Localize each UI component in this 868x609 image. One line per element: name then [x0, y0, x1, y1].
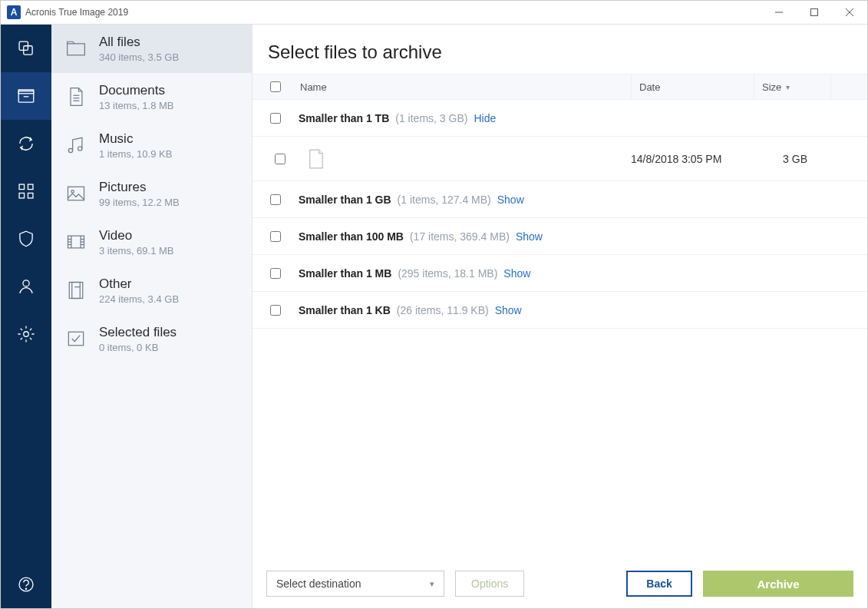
- file-row[interactable]: 14/8/2018 3:05 PM3 GB: [252, 137, 867, 181]
- category-music[interactable]: Music1 items, 10.9 KB: [51, 121, 252, 170]
- table-header: Name Date Size▾: [252, 74, 867, 100]
- file-date: 14/8/2018 3:05 PM: [631, 153, 754, 165]
- group-toggle-link[interactable]: Show: [516, 230, 543, 243]
- maximize-button[interactable]: [797, 1, 832, 25]
- group-meta: (1 items, 127.4 MB): [398, 194, 491, 206]
- category-title: Other: [99, 276, 179, 292]
- titlebar: A Acronis True Image 2019: [1, 1, 867, 25]
- group-toggle-link[interactable]: Show: [503, 267, 530, 280]
- category-all[interactable]: All files340 items, 3.5 GB: [51, 25, 252, 73]
- svg-point-22: [78, 147, 82, 151]
- selected-icon: [65, 328, 87, 349]
- group-row: Smaller than 1 TB(1 items, 3 GB)Hide: [252, 100, 867, 137]
- category-subtitle: 13 items, 1.8 MB: [99, 100, 174, 111]
- destination-label: Select destination: [276, 578, 361, 590]
- options-button[interactable]: Options: [455, 571, 524, 597]
- category-title: All files: [99, 35, 179, 50]
- document-icon: [65, 86, 87, 108]
- svg-rect-12: [28, 193, 33, 198]
- group-title: Smaller than 100 MB: [299, 230, 404, 243]
- svg-rect-34: [69, 283, 80, 299]
- svg-point-16: [25, 588, 26, 589]
- category-subtitle: 0 items, 0 KB: [99, 342, 177, 353]
- category-other[interactable]: Other224 items, 3.4 GB: [51, 266, 252, 315]
- svg-rect-11: [19, 193, 25, 198]
- category-title: Video: [99, 228, 174, 243]
- nav-tools[interactable]: [1, 167, 51, 215]
- category-selected[interactable]: Selected files0 items, 0 KB: [51, 315, 252, 363]
- nav-account[interactable]: [1, 263, 51, 310]
- group-checkbox[interactable]: [270, 113, 281, 124]
- minimize-button[interactable]: [761, 1, 797, 25]
- nav-sync[interactable]: [1, 120, 51, 167]
- group-meta: (26 items, 11.9 KB): [397, 304, 489, 316]
- group-checkbox[interactable]: [270, 268, 281, 279]
- svg-point-13: [23, 280, 29, 286]
- group-title: Smaller than 1 KB: [299, 304, 391, 316]
- nav-help[interactable]: [1, 561, 51, 608]
- group-checkbox[interactable]: [270, 231, 281, 242]
- file-checkbox[interactable]: [275, 154, 285, 164]
- group-meta: (1 items, 3 GB): [395, 112, 467, 124]
- column-date[interactable]: Date: [631, 74, 754, 99]
- category-subtitle: 340 items, 3.5 GB: [99, 51, 179, 63]
- nav-settings[interactable]: [1, 310, 51, 358]
- svg-rect-1: [811, 9, 818, 16]
- svg-rect-23: [68, 187, 84, 200]
- nav-protection[interactable]: [1, 215, 51, 263]
- chevron-down-icon: ▾: [430, 579, 434, 589]
- back-button[interactable]: Back: [626, 571, 692, 597]
- svg-rect-10: [28, 184, 33, 190]
- file-size: 3 GB: [754, 153, 830, 165]
- group-title: Smaller than 1 TB: [299, 112, 389, 124]
- nav-archive[interactable]: [1, 72, 51, 120]
- svg-rect-9: [19, 184, 25, 190]
- archive-button[interactable]: Archive: [703, 571, 853, 597]
- svg-rect-35: [72, 283, 83, 299]
- picture-icon: [65, 183, 87, 204]
- folder-icon: [65, 38, 87, 59]
- group-checkbox[interactable]: [270, 194, 281, 205]
- group-toggle-link[interactable]: Show: [497, 194, 524, 206]
- group-row: Smaller than 1 MB(295 items, 18.1 MB)Sho…: [252, 255, 867, 292]
- group-meta: (295 items, 18.1 MB): [398, 267, 497, 280]
- category-title: Music: [99, 131, 172, 147]
- music-icon: [65, 134, 87, 156]
- sort-desc-icon: ▾: [786, 83, 790, 91]
- nav-rail: [1, 25, 51, 608]
- window-title: Acronis True Image 2019: [25, 7, 128, 18]
- column-size[interactable]: Size▾: [754, 74, 830, 99]
- group-toggle-link[interactable]: Show: [495, 304, 522, 316]
- group-checkbox[interactable]: [270, 305, 281, 316]
- table-body: Smaller than 1 TB(1 items, 3 GB)Hide14/8…: [252, 100, 867, 559]
- group-toggle-link[interactable]: Hide: [474, 112, 496, 124]
- group-title: Smaller than 1 MB: [299, 267, 391, 280]
- category-documents[interactable]: Documents13 items, 1.8 MB: [51, 73, 252, 121]
- category-title: Selected files: [99, 325, 177, 340]
- page-heading: Select files to archive: [268, 41, 852, 63]
- category-title: Pictures: [99, 180, 180, 195]
- category-pictures[interactable]: Pictures99 items, 12.2 MB: [51, 170, 252, 218]
- category-subtitle: 3 items, 69.1 MB: [99, 245, 174, 257]
- close-button[interactable]: [832, 1, 867, 25]
- nav-backup[interactable]: [1, 25, 51, 72]
- category-sidebar: All files340 items, 3.5 GBDocuments13 it…: [51, 25, 252, 608]
- video-icon: [65, 231, 87, 253]
- svg-rect-37: [68, 332, 83, 346]
- column-name[interactable]: Name: [299, 81, 631, 93]
- svg-point-24: [71, 190, 74, 194]
- group-row: Smaller than 100 MB(17 items, 369.4 MB)S…: [252, 218, 867, 255]
- select-all-checkbox[interactable]: [270, 81, 281, 92]
- destination-select[interactable]: Select destination ▾: [266, 571, 444, 597]
- group-title: Smaller than 1 GB: [299, 194, 391, 206]
- category-subtitle: 99 items, 12.2 MB: [99, 197, 180, 208]
- category-subtitle: 1 items, 10.9 KB: [99, 148, 172, 160]
- footer-bar: Select destination ▾ Options Back Archiv…: [252, 559, 867, 608]
- group-meta: (17 items, 369.4 MB): [410, 230, 510, 243]
- group-row: Smaller than 1 KB(26 items, 11.9 KB)Show: [252, 292, 867, 329]
- group-row: Smaller than 1 GB(1 items, 127.4 MB)Show: [252, 181, 867, 218]
- svg-rect-7: [18, 90, 34, 94]
- category-title: Documents: [99, 83, 174, 98]
- category-subtitle: 224 items, 3.4 GB: [99, 293, 179, 305]
- category-video[interactable]: Video3 items, 69.1 MB: [51, 218, 252, 266]
